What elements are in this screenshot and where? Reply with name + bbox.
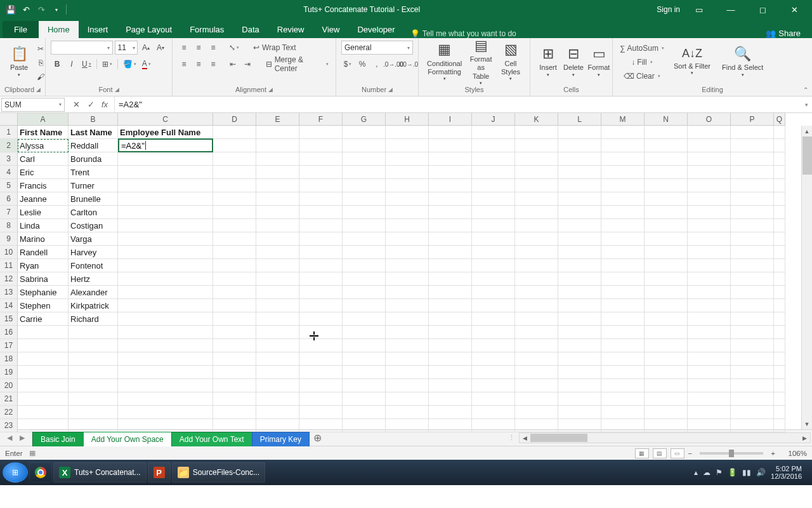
cell[interactable] — [558, 272, 601, 286]
cell[interactable] — [343, 179, 386, 192]
close-button[interactable]: ✕ — [782, 0, 807, 19]
cell[interactable] — [688, 259, 731, 272]
cell[interactable] — [299, 219, 343, 232]
cell[interactable] — [645, 126, 688, 139]
cell[interactable] — [645, 339, 688, 352]
enter-formula-button[interactable]: ✓ — [84, 98, 97, 111]
cell[interactable] — [558, 379, 601, 392]
orientation-button[interactable]: ⤡ — [227, 41, 241, 54]
cell[interactable]: Eric — [18, 166, 69, 179]
cell[interactable] — [386, 366, 429, 379]
tab-formulas[interactable]: Formulas — [181, 21, 233, 38]
cell[interactable]: Last Name — [69, 126, 118, 139]
column-header[interactable]: N — [645, 113, 688, 126]
cell[interactable] — [688, 206, 731, 219]
qat-customize-icon[interactable]: ▾ — [51, 4, 62, 15]
cell[interactable] — [645, 352, 688, 366]
cell[interactable] — [558, 259, 601, 272]
cell[interactable] — [69, 352, 118, 366]
cell[interactable] — [386, 259, 429, 272]
cell[interactable]: Carl — [18, 152, 69, 166]
cell[interactable] — [731, 352, 774, 366]
cell[interactable] — [558, 139, 601, 152]
name-box[interactable]: SUM▾ — [1, 98, 65, 112]
cell[interactable] — [386, 139, 429, 152]
align-left-button[interactable]: ≡ — [178, 58, 190, 70]
cell[interactable] — [472, 246, 515, 259]
cell[interactable] — [472, 179, 515, 192]
worksheet-grid[interactable]: ABCDEFGHIJKLMNOPQ 1234567891011121314151… — [0, 113, 812, 429]
cell[interactable] — [515, 192, 558, 206]
cell[interactable] — [645, 419, 688, 432]
cell[interactable] — [299, 232, 343, 246]
cell[interactable] — [731, 166, 774, 179]
cell[interactable] — [118, 206, 213, 219]
clear-button[interactable]: ⌫Clear — [618, 70, 666, 83]
zoom-slider[interactable] — [700, 452, 763, 455]
borders-button[interactable]: ⊞ — [100, 58, 114, 70]
cell[interactable] — [558, 366, 601, 379]
cell[interactable] — [386, 272, 429, 286]
cell[interactable] — [688, 272, 731, 286]
cell[interactable] — [515, 246, 558, 259]
cell[interactable] — [213, 339, 256, 352]
cut-button[interactable]: ✂ — [34, 43, 47, 55]
cell[interactable] — [386, 312, 429, 326]
horizontal-scrollbar[interactable]: ◀ ▶ — [519, 432, 811, 443]
tab-page-layout[interactable]: Page Layout — [117, 21, 181, 38]
cell[interactable]: Varga — [69, 232, 118, 246]
format-as-table-button[interactable]: ▤Format as Table▾ — [465, 41, 497, 83]
cell[interactable] — [645, 206, 688, 219]
column-header[interactable]: M — [601, 113, 645, 126]
paste-button[interactable]: 📋Paste▾ — [5, 41, 33, 83]
cell[interactable] — [472, 326, 515, 339]
cell[interactable] — [429, 152, 472, 166]
taskbar-app[interactable]: 📁SourceFiles-Conc... — [172, 462, 265, 483]
cell[interactable] — [429, 406, 472, 419]
row-header[interactable]: 6 — [0, 192, 18, 206]
row-header[interactable]: 5 — [0, 179, 18, 192]
cell[interactable] — [213, 366, 256, 379]
cell[interactable] — [774, 232, 785, 246]
select-all-button[interactable] — [0, 113, 18, 126]
cell[interactable] — [429, 139, 472, 152]
cell[interactable] — [731, 312, 774, 326]
cell[interactable] — [601, 286, 645, 299]
cell[interactable] — [429, 352, 472, 366]
cell[interactable] — [299, 192, 343, 206]
cell[interactable] — [256, 286, 299, 299]
cell[interactable] — [118, 246, 213, 259]
volume-icon[interactable]: 🔊 — [756, 468, 766, 477]
cell[interactable] — [118, 299, 213, 312]
cell[interactable] — [472, 152, 515, 166]
cell[interactable] — [688, 379, 731, 392]
cell[interactable] — [774, 366, 785, 379]
cell[interactable] — [472, 126, 515, 139]
column-header[interactable]: F — [299, 113, 343, 126]
cell[interactable]: Stephen — [18, 299, 69, 312]
cell[interactable] — [515, 312, 558, 326]
row-header[interactable]: 18 — [0, 352, 18, 366]
cell[interactable] — [645, 299, 688, 312]
cell[interactable] — [429, 339, 472, 352]
cell[interactable] — [386, 406, 429, 419]
cell[interactable] — [774, 139, 785, 152]
cell[interactable] — [774, 392, 785, 406]
scroll-up-icon[interactable]: ▲ — [802, 126, 812, 137]
cell[interactable] — [386, 206, 429, 219]
cell[interactable] — [118, 286, 213, 299]
cell[interactable] — [118, 312, 213, 326]
cell[interactable] — [774, 379, 785, 392]
network-icon[interactable]: ▮▮ — [742, 468, 751, 477]
cell[interactable]: Fontenot — [69, 259, 118, 272]
hscroll-thumb[interactable] — [530, 434, 587, 442]
row-header[interactable]: 13 — [0, 286, 18, 299]
cell[interactable] — [645, 219, 688, 232]
cell[interactable] — [472, 219, 515, 232]
row-header[interactable]: 12 — [0, 272, 18, 286]
tab-home[interactable]: Home — [39, 21, 79, 38]
cell[interactable]: Employee Full Name — [118, 126, 213, 139]
cell[interactable] — [558, 286, 601, 299]
sheet-tab[interactable]: Add Your Own Space — [83, 432, 172, 446]
cell[interactable] — [601, 352, 645, 366]
